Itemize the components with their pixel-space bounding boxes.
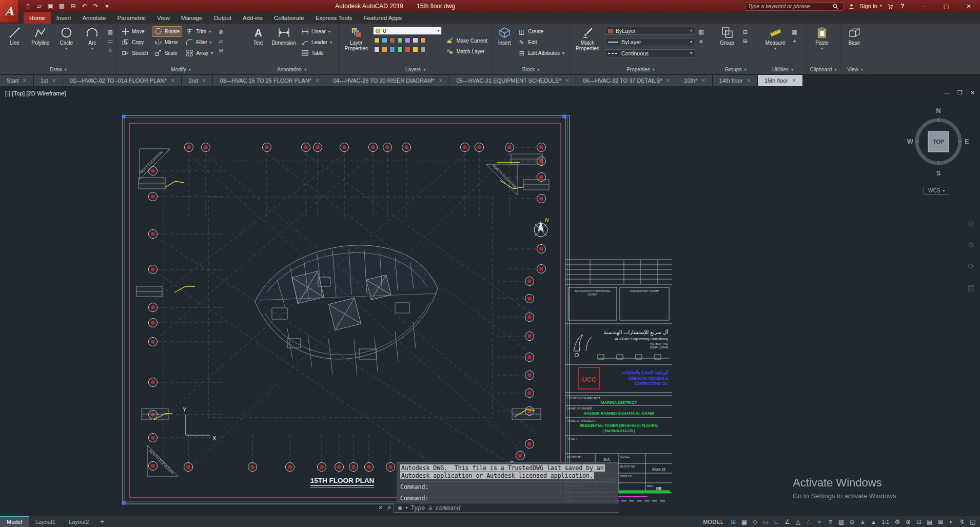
file-tab-05-hvac-31-equipment-schedule[interactable]: 05---HVAC-31 EQUIPMENT SCHEDULE*✕ [449,75,576,86]
selection-cycling-icon[interactable]: ⊙ [847,517,857,526]
quick-properties-icon[interactable]: ▤ [925,517,935,526]
polar-tracking-icon[interactable]: ∠ [782,517,792,526]
file-tab-start[interactable]: Start✕ [0,75,34,86]
close-icon[interactable]: ✕ [171,78,175,83]
list-icon[interactable]: ≡ [697,37,705,45]
array-button[interactable]: Array▾ [184,48,215,58]
id-point-icon[interactable]: ⌖ [791,37,798,45]
viewport-minimize-control[interactable]: [-] [5,90,10,96]
ribbon-tab-parametric[interactable]: Parametric [112,12,152,24]
trim-button[interactable]: Trim▾ [184,27,215,36]
offset-icon[interactable]: ⊚ [217,47,225,54]
panel-title-groups[interactable]: Groups▾ [712,65,759,74]
close-icon[interactable]: ✕ [378,504,383,511]
layer-tool-icon[interactable] [382,47,387,52]
leader-button[interactable]: Leader▾ [299,37,334,47]
help-icon[interactable]: ? [898,3,907,10]
transparency-tool-icon[interactable]: ▧ [697,28,705,35]
copy-button[interactable]: Copy [120,37,150,47]
layer-properties-button[interactable]: Layer Properties [341,25,371,65]
linear-dimension-button[interactable]: Linear▾ [299,27,334,36]
ribbon-tab-view[interactable]: View [151,12,175,24]
edit-block-button[interactable]: ✎Edit [516,37,566,47]
ribbon-tab-featured-apps[interactable]: Featured Apps [358,12,407,24]
model-space-canvas[interactable]: WEST ELEVATION NORTH ELEVATION SOUTH ELE… [0,86,980,516]
navigation-wheel-icon[interactable]: ◎ [968,219,974,228]
showmotion-icon[interactable]: ▤ [968,283,975,292]
user-icon[interactable] [847,3,856,10]
layout-tab-model[interactable]: Model [0,516,29,527]
command-line[interactable]: ▣ ▾ [394,503,619,513]
match-properties-button[interactable]: Match Properties [572,25,603,65]
ellipse-icon[interactable]: ○ [106,47,114,54]
wrench-icon[interactable] [386,504,392,513]
sign-in-button[interactable]: Sign In ▾ [860,3,882,9]
linetype-select[interactable]: Continuous▾ [605,49,695,57]
rectangle-icon[interactable]: ▭ [106,37,114,45]
hatch-icon[interactable]: ▨ [106,28,114,35]
open-file-icon[interactable]: ▱ [34,1,45,11]
panel-title-annotation[interactable]: Annotation▾ [245,65,338,74]
lineweight-icon[interactable]: ≡ [825,517,835,526]
annotation-monitor-icon[interactable]: ⊕ [903,517,913,526]
panel-title-modify[interactable]: Modify▾ [117,65,245,74]
layout-tab-layout1[interactable]: Layout1 [29,516,62,527]
viewcube-south[interactable]: S [936,169,941,177]
layer-select[interactable]: 0 ▾ [373,27,442,35]
doc-minimize-icon[interactable]: — [944,89,950,96]
isodraft-icon[interactable]: △ [793,517,803,526]
annotation-scale[interactable]: 1:1 [879,519,892,525]
group-button[interactable]: Group [715,25,739,65]
ribbon-tab-annotate[interactable]: Annotate [76,12,111,24]
snap-icon[interactable]: ▦ [739,517,749,526]
lineweight-select[interactable]: ByLayer▾ [605,38,695,46]
close-icon[interactable]: ✕ [701,78,705,83]
close-button[interactable]: ✕ [957,0,980,12]
panel-title-block[interactable]: Block▾ [493,65,569,74]
quick-calc-icon[interactable]: ▦ [791,28,798,35]
layer-tool-icon[interactable] [382,37,387,43]
infer-constraints-icon[interactable]: ◇ [750,517,760,526]
autoscale-icon[interactable]: ▴ [868,517,878,526]
file-tab-14th-floor[interactable]: 14th floor✕ [713,75,758,86]
layer-tool-icon[interactable] [389,47,395,52]
search-icon[interactable] [831,3,840,10]
undo-icon[interactable]: ↶ [79,1,90,11]
group-edit-icon[interactable]: ⊞ [741,37,749,45]
arc-button[interactable]: Arc▾ [81,25,105,65]
close-icon[interactable]: ✕ [23,78,27,83]
orbit-icon[interactable]: ⟳ [968,262,975,271]
file-tab-06-hvac-32-to-37-details[interactable]: 06---HVAC-32 TO 37 DETAILS*✕ [576,75,677,86]
insert-block-button[interactable]: Insert [495,25,514,65]
file-tab-2nd[interactable]: 2nd✕ [182,75,213,86]
file-tab-15th-floor[interactable]: 15th floor✕ [758,75,803,86]
layout-tab-layout2[interactable]: Layout2 [62,516,95,527]
move-button[interactable]: Move [120,27,150,36]
file-tab-04-hvac-26-to-30-riser-diagram[interactable]: 04---HVAC-26 TO 30 RISER DIAGRAM*✕ [326,75,449,86]
new-file-icon[interactable]: ▯ [23,1,33,11]
save-as-icon[interactable]: ▩ [56,1,67,11]
layer-tool-icon[interactable] [413,47,418,52]
close-icon[interactable]: ✕ [747,78,751,83]
panel-title-properties[interactable]: Properties▾ [570,65,712,74]
chevron-down-icon[interactable]: ▾ [405,506,407,510]
panel-title-draw[interactable]: Draw▾ [0,65,116,74]
ribbon-tab-collaborate[interactable]: Collaborate [268,12,310,24]
table-button[interactable]: Table [299,48,334,58]
viewport-view-control[interactable]: [Top] [12,90,25,96]
save-icon[interactable]: ▣ [45,1,56,11]
file-tab-10th[interactable]: 10th*✕ [677,75,712,86]
minimize-button[interactable]: – [912,0,935,12]
close-icon[interactable]: ✕ [202,78,206,83]
rotate-button[interactable]: Rotate [152,27,182,36]
search-box[interactable] [745,2,844,11]
lock-ui-icon[interactable]: ⊠ [935,517,946,526]
ribbon-tab-home[interactable]: Home [24,12,51,24]
wcs-menu[interactable]: WCS ▾ [924,187,949,194]
make-current-button[interactable]: Make Current [444,36,489,46]
model-space-button[interactable]: MODEL [699,519,728,525]
mirror-button[interactable]: Mirror [152,37,182,47]
command-history[interactable]: Autodesk DWG. This file is a TrustedDWG … [397,462,618,504]
doc-close-icon[interactable]: ✕ [970,89,975,96]
close-icon[interactable]: ✕ [439,78,443,83]
